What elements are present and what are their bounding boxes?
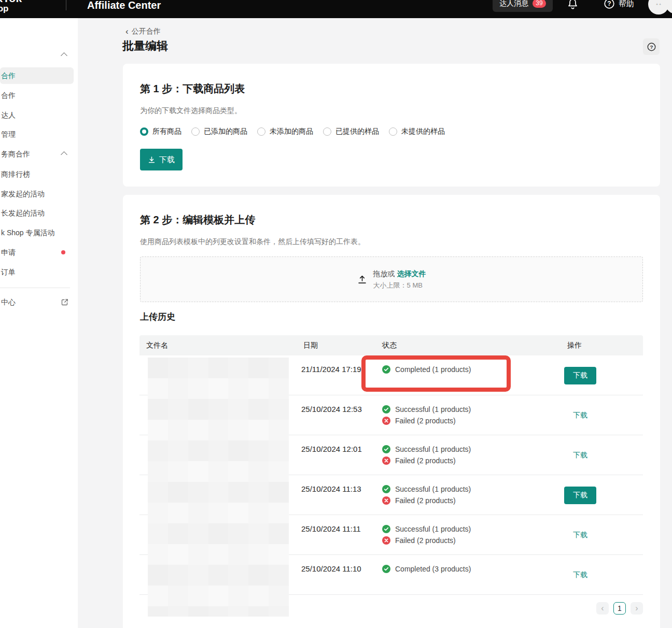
redaction-block [168, 358, 188, 378]
redaction-block [168, 586, 188, 606]
download-product-list-button[interactable]: 下载 [140, 149, 183, 170]
next-page-button[interactable]: › [631, 602, 643, 615]
collapse-section-icon[interactable] [61, 52, 67, 59]
redaction-block [148, 586, 168, 606]
redaction-block [208, 420, 229, 440]
creator-messages-button[interactable]: 达人消息 39 [493, 0, 553, 12]
column-header: 状态 [382, 335, 397, 355]
download-file-link[interactable]: 下载 [573, 451, 587, 460]
redaction-block [168, 420, 188, 440]
sidebar-item[interactable]: 合作 [1, 67, 16, 84]
radio-option[interactable]: 已提供的样品 [323, 127, 379, 136]
redaction-block [208, 378, 229, 399]
sidebar-item[interactable]: 商排行榜 [1, 166, 30, 182]
top-header: TikTok Shop Affiliate Center 达人消息 39 ? 帮… [0, 0, 672, 18]
notification-bell-icon[interactable] [567, 0, 578, 10]
redaction-block [168, 440, 188, 461]
radio-option-label: 未提供的样品 [401, 127, 445, 136]
logo-line1: TikTok [0, 0, 22, 4]
redaction-block [228, 461, 248, 482]
status-line: Successful (1 products) [382, 483, 471, 495]
column-header: 操作 [567, 335, 582, 355]
help-label: 帮助 [619, 0, 634, 9]
redaction-block [208, 358, 229, 378]
redaction-block [168, 503, 188, 523]
download-file-link[interactable]: 下载 [573, 531, 587, 540]
breadcrumb-label: 公开合作 [132, 27, 161, 36]
sidebar-item[interactable]: 合作 [1, 87, 16, 104]
sidebar-item[interactable]: 务商合作 [1, 146, 30, 162]
tiktok-shop-logo[interactable]: TikTok Shop [0, 0, 22, 13]
redaction-block [228, 420, 248, 440]
redaction-block [228, 606, 248, 617]
redaction-block [228, 523, 248, 544]
status-text: Failed (2 products) [395, 535, 456, 546]
redaction-block [269, 523, 289, 544]
download-file-button[interactable]: 下载 [564, 487, 596, 504]
step2-title: 第 2 步：编辑模板并上传 [140, 212, 643, 227]
status-text: Failed (2 products) [395, 455, 456, 466]
redaction-block [248, 586, 269, 606]
redaction-block [168, 482, 188, 503]
external-link-icon[interactable] [61, 298, 68, 306]
redaction-block [148, 358, 168, 378]
file-dropzone[interactable]: 拖放或 选择文件 大小上限：5 MB [140, 256, 643, 302]
redaction-block [168, 378, 188, 399]
sidebar-item[interactable]: 管理 [1, 126, 16, 142]
redaction-block [188, 586, 208, 606]
radio-option[interactable]: 未提供的样品 [389, 127, 445, 136]
download-button-label: 下载 [159, 155, 175, 165]
redaction-block [168, 399, 188, 420]
sidebar-item[interactable]: 申请 [1, 244, 16, 261]
notification-dot [61, 250, 65, 254]
collapse-section-icon[interactable] [61, 151, 67, 158]
redaction-block [148, 482, 168, 503]
redaction-block [188, 378, 208, 399]
redaction-block [248, 606, 269, 617]
row-action-cell: 下载 [549, 355, 611, 395]
success-check-icon [382, 485, 390, 493]
sidebar-item[interactable]: 达人 [1, 107, 16, 123]
help-menu[interactable]: ? 帮助 [604, 0, 634, 9]
redaction-block [228, 544, 248, 565]
browse-file-link[interactable]: 选择文件 [397, 269, 426, 278]
redaction-block [208, 606, 229, 617]
status-line: Successful (1 products) [382, 404, 471, 415]
radio-option[interactable]: 所有商品 [140, 127, 181, 136]
sidebar-item[interactable]: 中心 [1, 294, 16, 310]
column-header: 文件名 [146, 335, 168, 355]
download-file-link[interactable]: 下载 [573, 411, 587, 420]
success-check-icon [382, 405, 390, 413]
app-title: Affiliate Center [87, 0, 161, 11]
breadcrumb-back[interactable]: ‹ 公开合作 [125, 27, 161, 36]
prev-page-button[interactable]: ‹ [596, 602, 609, 615]
redaction-block [269, 358, 289, 378]
radio-option[interactable]: 已添加的商品 [191, 127, 247, 136]
svg-text:?: ? [650, 44, 653, 50]
sidebar-item[interactable]: k Shop 专属活动 [1, 224, 54, 241]
redaction-block [148, 461, 168, 482]
redaction-block [269, 606, 289, 617]
redaction-block [168, 461, 188, 482]
download-file-button[interactable]: 下载 [564, 367, 596, 384]
sidebar-item[interactable]: 长发起的活动 [1, 205, 45, 221]
current-page-button[interactable]: 1 [613, 602, 626, 615]
radio-circle-icon [389, 127, 397, 136]
status-line: Completed (1 products) [382, 364, 471, 375]
secondary-avatar[interactable]: + [666, 0, 672, 13]
row-action-cell: 下载 [549, 435, 611, 475]
redaction-block [208, 565, 229, 586]
redaction-block [248, 440, 269, 461]
sidebar-item[interactable]: 家发起的活动 [1, 185, 45, 202]
row-date: 25/10/2024 12:53 [301, 404, 362, 415]
radio-option[interactable]: 未添加的商品 [257, 127, 313, 136]
download-file-link[interactable]: 下载 [573, 570, 587, 580]
page-help-button[interactable]: ? [643, 38, 660, 55]
redaction-block [188, 565, 208, 586]
redaction-block [228, 503, 248, 523]
radio-circle-icon [140, 127, 148, 136]
redaction-block [269, 440, 289, 461]
sidebar-item[interactable]: 订单 [1, 264, 16, 280]
chevron-left-icon: ‹ [125, 28, 129, 35]
redaction-block [269, 503, 289, 523]
